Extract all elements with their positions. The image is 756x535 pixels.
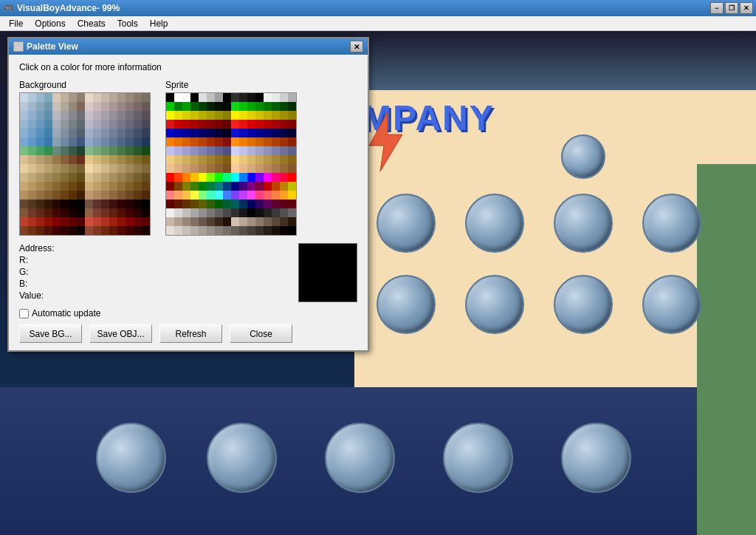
palette-cell[interactable]	[272, 93, 280, 102]
palette-cell[interactable]	[215, 200, 223, 208]
palette-cell[interactable]	[101, 93, 109, 102]
palette-cell[interactable]	[239, 191, 247, 200]
palette-cell[interactable]	[239, 173, 247, 182]
palette-cell[interactable]	[239, 129, 247, 137]
palette-cell[interactable]	[109, 111, 117, 120]
palette-cell[interactable]	[288, 164, 296, 173]
palette-cell[interactable]	[182, 120, 190, 129]
palette-cell[interactable]	[215, 102, 223, 111]
palette-cell[interactable]	[231, 164, 239, 173]
palette-cell[interactable]	[109, 191, 117, 200]
palette-cell[interactable]	[280, 208, 288, 217]
palette-cell[interactable]	[52, 111, 61, 120]
palette-cell[interactable]	[182, 111, 190, 120]
palette-cell[interactable]	[215, 120, 223, 129]
palette-cell[interactable]	[77, 120, 85, 129]
palette-cell[interactable]	[272, 173, 280, 182]
palette-cell[interactable]	[134, 102, 142, 111]
palette-cell[interactable]	[239, 137, 247, 146]
palette-cell[interactable]	[215, 146, 223, 155]
palette-cell[interactable]	[288, 182, 296, 191]
palette-cell[interactable]	[20, 155, 28, 164]
palette-cell[interactable]	[166, 120, 174, 129]
palette-cell[interactable]	[142, 200, 150, 208]
palette-cell[interactable]	[174, 200, 182, 208]
palette-cell[interactable]	[85, 164, 93, 173]
palette-cell[interactable]	[255, 120, 264, 129]
palette-cell[interactable]	[182, 173, 190, 182]
palette-cell[interactable]	[199, 217, 207, 226]
palette-cell[interactable]	[93, 200, 101, 208]
palette-cell[interactable]	[20, 164, 28, 173]
palette-cell[interactable]	[247, 200, 255, 208]
palette-cell[interactable]	[109, 120, 117, 129]
palette-cell[interactable]	[69, 137, 77, 146]
palette-cell[interactable]	[255, 164, 264, 173]
palette-cell[interactable]	[134, 129, 142, 137]
palette-cell[interactable]	[199, 164, 207, 173]
palette-cell[interactable]	[182, 155, 190, 164]
menu-cheats[interactable]: Cheats	[72, 17, 111, 30]
palette-cell[interactable]	[77, 155, 85, 164]
palette-cell[interactable]	[166, 182, 174, 191]
palette-cell[interactable]	[44, 129, 52, 137]
palette-cell[interactable]	[126, 173, 134, 182]
palette-cell[interactable]	[20, 217, 28, 226]
palette-cell[interactable]	[166, 164, 174, 173]
palette-cell[interactable]	[28, 200, 36, 208]
palette-cell[interactable]	[28, 208, 36, 217]
palette-cell[interactable]	[166, 146, 174, 155]
palette-cell[interactable]	[36, 226, 44, 235]
palette-cell[interactable]	[44, 120, 52, 129]
palette-cell[interactable]	[255, 217, 264, 226]
palette-cell[interactable]	[239, 155, 247, 164]
palette-cell[interactable]	[93, 137, 101, 146]
save-obj-button[interactable]: Save OBJ...	[89, 324, 152, 343]
palette-cell[interactable]	[280, 129, 288, 137]
palette-cell[interactable]	[93, 155, 101, 164]
palette-cell[interactable]	[101, 173, 109, 182]
palette-cell[interactable]	[44, 217, 52, 226]
palette-cell[interactable]	[199, 200, 207, 208]
palette-cell[interactable]	[199, 155, 207, 164]
palette-cell[interactable]	[61, 137, 69, 146]
palette-cell[interactable]	[223, 155, 231, 164]
palette-cell[interactable]	[190, 111, 199, 120]
palette-cell[interactable]	[247, 191, 255, 200]
palette-cell[interactable]	[69, 226, 77, 235]
palette-cell[interactable]	[77, 200, 85, 208]
palette-cell[interactable]	[239, 226, 247, 235]
palette-cell[interactable]	[36, 120, 44, 129]
palette-cell[interactable]	[52, 155, 61, 164]
palette-cell[interactable]	[199, 173, 207, 182]
palette-cell[interactable]	[126, 155, 134, 164]
palette-cell[interactable]	[69, 191, 77, 200]
palette-cell[interactable]	[69, 173, 77, 182]
palette-cell[interactable]	[247, 137, 255, 146]
palette-cell[interactable]	[223, 129, 231, 137]
palette-cell[interactable]	[272, 129, 280, 137]
palette-cell[interactable]	[93, 173, 101, 182]
palette-cell[interactable]	[101, 208, 109, 217]
palette-cell[interactable]	[126, 182, 134, 191]
palette-cell[interactable]	[272, 146, 280, 155]
palette-cell[interactable]	[223, 200, 231, 208]
palette-cell[interactable]	[85, 93, 93, 102]
palette-cell[interactable]	[101, 102, 109, 111]
palette-cell[interactable]	[85, 137, 93, 146]
palette-cell[interactable]	[199, 208, 207, 217]
menu-file[interactable]: File	[3, 17, 29, 30]
palette-cell[interactable]	[223, 102, 231, 111]
palette-cell[interactable]	[142, 217, 150, 226]
palette-cell[interactable]	[190, 93, 199, 102]
palette-cell[interactable]	[85, 217, 93, 226]
palette-cell[interactable]	[36, 129, 44, 137]
palette-cell[interactable]	[109, 146, 117, 155]
palette-cell[interactable]	[247, 173, 255, 182]
palette-cell[interactable]	[272, 182, 280, 191]
palette-cell[interactable]	[44, 173, 52, 182]
palette-cell[interactable]	[231, 173, 239, 182]
palette-cell[interactable]	[69, 129, 77, 137]
palette-cell[interactable]	[142, 129, 150, 137]
palette-cell[interactable]	[142, 155, 150, 164]
